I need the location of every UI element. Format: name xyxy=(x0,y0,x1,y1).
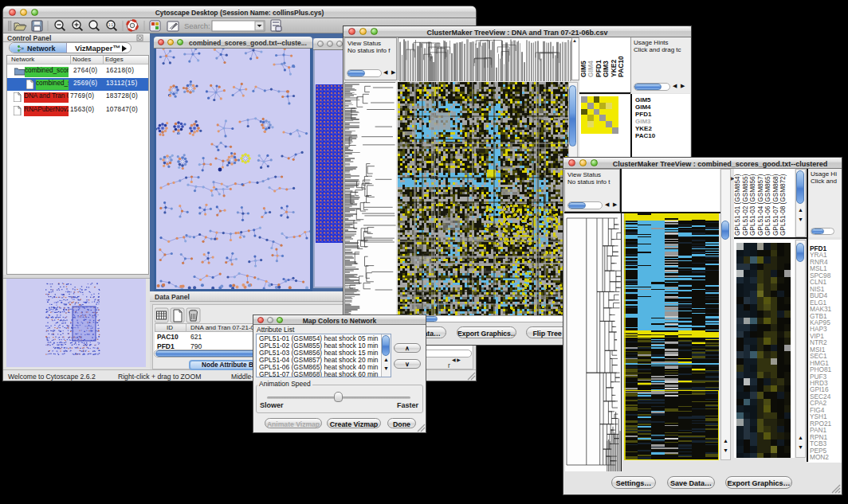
svg-text:GPL51-03 (GSM856): GPL51-03 (GSM856) xyxy=(749,174,756,236)
svg-text:GPL51-01 (GSM854): GPL51-01 (GSM854) xyxy=(734,174,741,236)
svg-text:GPL51-07 (GSM868): GPL51-07 (GSM868) xyxy=(772,174,779,236)
svg-text:GPL51-08 (GSM872): GPL51-08 (GSM872) xyxy=(779,174,787,236)
svg-text:1:1: 1:1 xyxy=(108,23,114,27)
svg-text:GPL51-06 (GSM865): GPL51-06 (GSM865) xyxy=(764,174,771,236)
svg-text:PAC10: PAC10 xyxy=(617,56,625,77)
svg-text:GPL51-04 (GSM857): GPL51-04 (GSM857) xyxy=(757,174,764,236)
svg-text:GPL51-02 (GSM855): GPL51-02 (GSM855) xyxy=(742,174,749,236)
svg-text:Search:: Search: xyxy=(184,21,210,30)
